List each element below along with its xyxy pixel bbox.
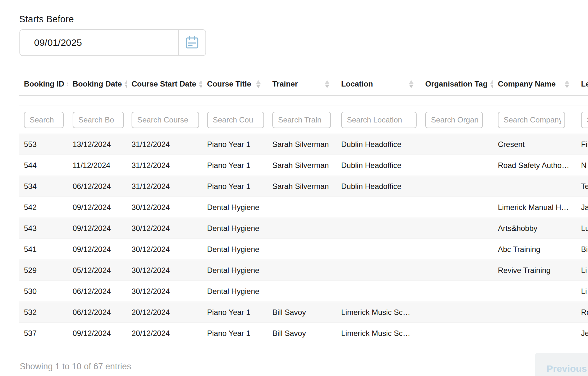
date-input[interactable] bbox=[20, 30, 178, 55]
search-input-company-name[interactable] bbox=[498, 112, 565, 128]
cell-booking-date: 06/12/2024 bbox=[68, 287, 127, 296]
cell-course-title: Dental Hygiene bbox=[202, 245, 268, 254]
table-row: 530 06/12/2024 30/12/2024 Dental Hygiene… bbox=[19, 281, 588, 302]
column-header-location[interactable]: Location bbox=[336, 80, 420, 88]
table-row: 544 11/12/2024 31/12/2024 Piano Year 1 S… bbox=[19, 155, 588, 176]
cell-booking-date: 09/12/2024 bbox=[68, 224, 127, 233]
cell-course-title: Dental Hygiene bbox=[202, 224, 268, 233]
cell-company-name: Road Safety Autho… bbox=[493, 161, 576, 170]
table-header-row: Booking ID Booking Date Course Start Dat… bbox=[19, 73, 588, 95]
search-row bbox=[19, 106, 588, 134]
sort-icon bbox=[125, 80, 127, 88]
cell-company-name: Cresent bbox=[493, 140, 576, 149]
sort-icon bbox=[409, 80, 413, 88]
search-input-organisation-tag[interactable] bbox=[425, 112, 483, 128]
cell-learner: Fi bbox=[576, 140, 588, 149]
search-input-trainer[interactable] bbox=[272, 112, 331, 128]
sort-icon bbox=[256, 80, 261, 88]
cell-learner: Bi bbox=[576, 245, 588, 254]
cell-course-start-date: 30/12/2024 bbox=[127, 224, 202, 233]
cell-learner: Lu bbox=[576, 224, 588, 233]
search-input-learner[interactable] bbox=[581, 112, 588, 128]
bookings-table: Booking ID Booking Date Course Start Dat… bbox=[19, 73, 588, 344]
cell-learner: Je bbox=[576, 329, 588, 338]
starts-before-label: Starts Before bbox=[19, 14, 74, 24]
column-header-learner[interactable]: Le bbox=[576, 80, 588, 88]
cell-course-start-date: 20/12/2024 bbox=[127, 329, 202, 338]
cell-booking-date: 09/12/2024 bbox=[68, 245, 127, 254]
column-header-trainer[interactable]: Trainer bbox=[268, 80, 336, 88]
cell-course-title: Piano Year 1 bbox=[202, 161, 268, 170]
cell-company-name: Arts&hobby bbox=[493, 224, 576, 233]
cell-company-name: Limerick Manual H… bbox=[493, 203, 576, 212]
table-row: 534 06/12/2024 31/12/2024 Piano Year 1 S… bbox=[19, 176, 588, 197]
column-header-course-title[interactable]: Course Title bbox=[202, 80, 268, 88]
cell-booking-date: 09/12/2024 bbox=[68, 203, 127, 212]
table-row: 537 09/12/2024 20/12/2024 Piano Year 1 B… bbox=[19, 323, 588, 344]
cell-location: Dublin Headoffice bbox=[336, 182, 420, 191]
cell-booking-date: 06/12/2024 bbox=[68, 182, 127, 191]
cell-course-title: Dental Hygiene bbox=[202, 287, 268, 296]
cell-learner: Ja bbox=[576, 203, 588, 212]
cell-trainer: Sarah Silverman bbox=[268, 182, 336, 191]
cell-course-start-date: 30/12/2024 bbox=[127, 266, 202, 275]
search-input-booking-date[interactable] bbox=[73, 112, 124, 128]
sort-icon bbox=[325, 80, 329, 88]
cell-booking-id: 537 bbox=[19, 329, 68, 338]
bookings-page: Starts Before Booking ID bbox=[0, 0, 588, 376]
cell-booking-date: 06/12/2024 bbox=[68, 308, 127, 317]
search-input-booking-id[interactable] bbox=[24, 112, 64, 128]
search-input-course-start-date[interactable] bbox=[132, 112, 199, 128]
column-header-booking-id[interactable]: Booking ID bbox=[19, 80, 68, 88]
search-input-course-title[interactable] bbox=[207, 112, 264, 128]
table-row: 553 13/12/2024 31/12/2024 Piano Year 1 S… bbox=[19, 134, 588, 155]
cell-booking-id: 532 bbox=[19, 308, 68, 317]
previous-button[interactable]: Previous bbox=[535, 353, 588, 376]
cell-booking-id: 529 bbox=[19, 266, 68, 275]
cell-location: Limerick Music Sc… bbox=[336, 329, 420, 338]
table-row: 542 09/12/2024 30/12/2024 Dental Hygiene… bbox=[19, 197, 588, 218]
cell-booking-id: 541 bbox=[19, 245, 68, 254]
cell-booking-date: 11/12/2024 bbox=[68, 161, 127, 170]
cell-learner: Te bbox=[576, 182, 588, 191]
cell-location: Dublin Headoffice bbox=[336, 161, 420, 170]
cell-learner: N bbox=[576, 161, 588, 170]
cell-course-title: Piano Year 1 bbox=[202, 308, 268, 317]
calendar-icon bbox=[185, 35, 199, 51]
cell-booking-date: 09/12/2024 bbox=[68, 329, 127, 338]
table-row: 532 06/12/2024 20/12/2024 Piano Year 1 B… bbox=[19, 302, 588, 323]
cell-company-name: Abc Training bbox=[493, 245, 576, 254]
cell-course-title: Piano Year 1 bbox=[202, 140, 268, 149]
column-header-booking-date[interactable]: Booking Date bbox=[68, 80, 127, 88]
cell-booking-id: 534 bbox=[19, 182, 68, 191]
cell-course-start-date: 30/12/2024 bbox=[127, 287, 202, 296]
cell-learner: Li bbox=[576, 287, 588, 296]
column-header-company-name[interactable]: Company Name bbox=[493, 80, 576, 88]
cell-booking-date: 05/12/2024 bbox=[68, 266, 127, 275]
table-body: 553 13/12/2024 31/12/2024 Piano Year 1 S… bbox=[19, 134, 588, 344]
cell-booking-id: 542 bbox=[19, 203, 68, 212]
cell-course-title: Dental Hygiene bbox=[202, 266, 268, 275]
cell-course-start-date: 31/12/2024 bbox=[127, 161, 202, 170]
cell-course-start-date: 31/12/2024 bbox=[127, 140, 202, 149]
table-row: 529 05/12/2024 30/12/2024 Dental Hygiene… bbox=[19, 260, 588, 281]
cell-trainer: Bill Savoy bbox=[268, 308, 336, 317]
cell-trainer: Bill Savoy bbox=[268, 329, 336, 338]
sort-icon bbox=[565, 80, 569, 88]
cell-booking-id: 544 bbox=[19, 161, 68, 170]
calendar-button[interactable] bbox=[179, 30, 205, 55]
cell-learner: Ro bbox=[576, 308, 588, 317]
cell-course-start-date: 30/12/2024 bbox=[127, 245, 202, 254]
cell-booking-id: 530 bbox=[19, 287, 68, 296]
cell-booking-id: 553 bbox=[19, 140, 68, 149]
search-input-location[interactable] bbox=[341, 112, 417, 128]
cell-course-start-date: 30/12/2024 bbox=[127, 203, 202, 212]
cell-company-name: Revive Training bbox=[493, 266, 576, 275]
column-header-organisation-tag[interactable]: Organisation Tag bbox=[420, 80, 493, 88]
column-header-course-start-date[interactable]: Course Start Date bbox=[127, 80, 202, 88]
date-picker-field bbox=[19, 29, 206, 56]
entries-info: Showing 1 to 10 of 67 entries bbox=[20, 362, 131, 372]
cell-trainer: Sarah Silverman bbox=[268, 161, 336, 170]
header-spacer bbox=[19, 96, 588, 106]
cell-booking-id: 543 bbox=[19, 224, 68, 233]
